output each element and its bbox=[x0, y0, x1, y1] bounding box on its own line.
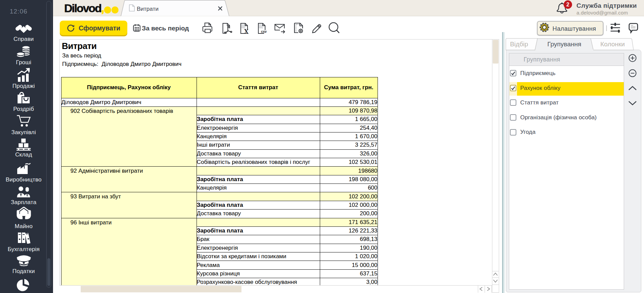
svg-text:X: X bbox=[244, 28, 249, 35]
svg-text:Групування: Групування bbox=[547, 41, 582, 48]
svg-text:Відбір: Відбір bbox=[510, 41, 528, 48]
svg-text:Колонки: Колонки bbox=[600, 41, 625, 48]
svg-text:csv: csv bbox=[261, 30, 267, 33]
